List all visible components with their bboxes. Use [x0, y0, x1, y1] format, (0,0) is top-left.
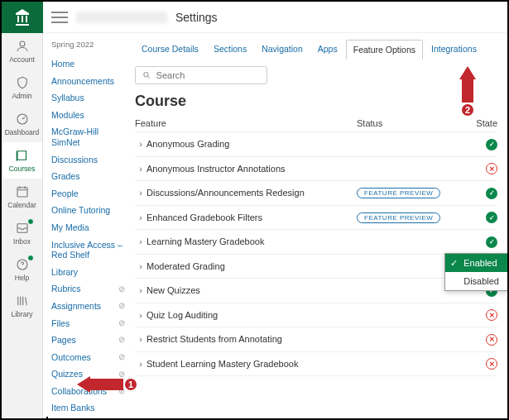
col-status: Status [357, 118, 456, 128]
course-nav-item[interactable]: Announcements [51, 73, 125, 90]
course-nav-item[interactable]: Quizzes⊘ [51, 365, 125, 383]
state-disabled-icon: ✕ [486, 358, 497, 370]
tab[interactable]: Apps [311, 40, 344, 60]
feature-preview-badge: FEATURE PREVIEW [357, 188, 440, 198]
global-nav-library[interactable]: Library [2, 288, 42, 324]
global-nav-dashboard[interactable]: Dashboard [2, 106, 42, 142]
feature-state-toggle[interactable]: ✓ [456, 187, 497, 199]
course-nav-item[interactable]: Home [51, 55, 125, 73]
feature-row: ›New Quizzes✓ [135, 279, 497, 303]
course-nav-item[interactable]: Online Tutoring [51, 202, 125, 219]
tab[interactable]: Integrations [425, 40, 483, 60]
feature-row: ›Learning Mastery Gradebook✓ [135, 230, 497, 255]
svg-point-5 [144, 72, 148, 76]
course-nav-item[interactable]: Pages⊘ [51, 332, 125, 349]
course-nav-item[interactable]: Item Banks [51, 399, 125, 417]
course-nav-item[interactable]: Outcomes⊘ [51, 349, 125, 366]
hidden-icon: ⊘ [118, 335, 125, 345]
global-nav-admin[interactable]: Admin [2, 69, 42, 106]
hidden-icon: ⊘ [118, 318, 125, 328]
feature-state-toggle[interactable]: ✕ [456, 333, 497, 346]
course-nav-item[interactable]: People [51, 185, 125, 203]
col-state: State [456, 118, 497, 128]
tab[interactable]: Course Details [135, 40, 205, 60]
course-nav-item[interactable]: Assignments⊘ [51, 298, 125, 315]
tab[interactable]: Navigation [255, 40, 310, 60]
svg-point-0 [20, 41, 25, 46]
global-nav-help[interactable]: Help [2, 251, 42, 288]
dropdown-option-disabled[interactable]: Disabled [445, 272, 507, 290]
course-nav-item[interactable]: My Media [51, 219, 125, 236]
feature-row: ›Discussions/Announcements RedesignFEATU… [135, 181, 497, 206]
course-nav-item[interactable]: Library [51, 264, 125, 281]
search-field[interactable] [135, 66, 267, 84]
feature-state-toggle[interactable]: ✕ [456, 358, 497, 370]
global-nav-inbox[interactable]: Inbox [2, 215, 42, 251]
feature-state-toggle[interactable]: ✓ [456, 236, 497, 248]
course-nav-item[interactable]: Modules [51, 107, 125, 124]
feature-name: Quiz Log Auditing [146, 310, 357, 320]
search-icon [142, 70, 151, 80]
nav-label: Calendar [7, 201, 36, 209]
course-nav-item[interactable]: Inclusive Access – Red Shelf [51, 236, 125, 264]
nav-label: Library [12, 310, 33, 318]
feature-table-header: Feature Status State [135, 115, 497, 132]
state-enabled-icon: ✓ [486, 212, 497, 223]
feature-row: ›Restrict Students from Annotating✕ [135, 327, 497, 352]
expand-chevron-icon[interactable]: › [135, 261, 146, 271]
state-disabled-icon: ✕ [486, 309, 497, 321]
nav-label: Admin [12, 92, 31, 100]
search-input[interactable] [156, 70, 260, 80]
course-nav-item[interactable]: Syllabus [51, 89, 125, 107]
expand-chevron-icon[interactable]: › [135, 359, 146, 369]
course-nav-item[interactable]: Files⊘ [51, 315, 125, 332]
term-label: Spring 2022 [51, 40, 125, 49]
institution-logo[interactable] [2, 2, 43, 33]
course-nav-item[interactable]: Discussions [51, 151, 125, 169]
feature-name: Moderated Grading [146, 261, 357, 271]
topbar: Settings [43, 2, 507, 33]
unread-badge [27, 255, 34, 261]
feature-state-toggle[interactable]: ✓ [456, 212, 497, 224]
feature-row: ›Moderated Grading✓ [135, 255, 497, 279]
feature-name: Restrict Students from Annotating [146, 334, 357, 344]
nav-label: Dashboard [5, 128, 40, 136]
feature-name: Anonymous Grading [146, 139, 357, 149]
tab[interactable]: Feature Options [346, 40, 423, 60]
global-nav-account[interactable]: Account [2, 33, 42, 69]
svg-rect-2 [17, 188, 27, 197]
nav-label: Account [9, 55, 35, 64]
expand-chevron-icon[interactable]: › [135, 212, 146, 222]
global-nav: Account Admin Dashboard Courses Calendar… [2, 2, 43, 418]
feature-name: Student Learning Mastery Gradebook [146, 359, 357, 369]
breadcrumb-course-name[interactable] [76, 12, 167, 23]
course-nav-item[interactable]: Grades [51, 168, 125, 185]
state-enabled-icon: ✓ [486, 236, 497, 248]
expand-chevron-icon[interactable]: › [135, 139, 146, 149]
tab[interactable]: Sections [207, 40, 253, 60]
feature-state-toggle[interactable]: ✕ [456, 163, 497, 175]
expand-chevron-icon[interactable]: › [135, 285, 146, 295]
hidden-icon: ⊘ [118, 386, 125, 396]
section-title: Course [135, 93, 497, 110]
course-nav-item[interactable]: Rubrics⊘ [51, 280, 125, 298]
course-nav-item[interactable]: Collaborations⊘ [51, 383, 125, 400]
hamburger-icon[interactable] [51, 12, 68, 23]
settings-tabs: Course DetailsSectionsNavigationAppsFeat… [135, 40, 497, 60]
expand-chevron-icon[interactable]: › [135, 188, 146, 198]
expand-chevron-icon[interactable]: › [135, 310, 146, 320]
dropdown-option-enabled[interactable]: Enabled [445, 254, 507, 272]
feature-state-toggle[interactable]: ✕ [456, 309, 497, 322]
expand-chevron-icon[interactable]: › [135, 164, 146, 174]
global-nav-courses[interactable]: Courses [2, 142, 42, 179]
course-nav-item[interactable]: McGraw-Hill SimNet [51, 123, 125, 150]
expand-chevron-icon[interactable]: › [135, 334, 146, 344]
feature-state-toggle[interactable]: ✓ [456, 138, 497, 150]
hidden-icon: ⊘ [118, 284, 125, 294]
feature-name: Anonymous Instructor Annotations [146, 164, 357, 174]
nav-label: Inbox [13, 237, 31, 246]
expand-chevron-icon[interactable]: › [135, 236, 146, 246]
course-nav-item[interactable]: Settings [46, 417, 125, 418]
global-nav-calendar[interactable]: Calendar [2, 179, 42, 215]
col-feature: Feature [135, 118, 357, 128]
